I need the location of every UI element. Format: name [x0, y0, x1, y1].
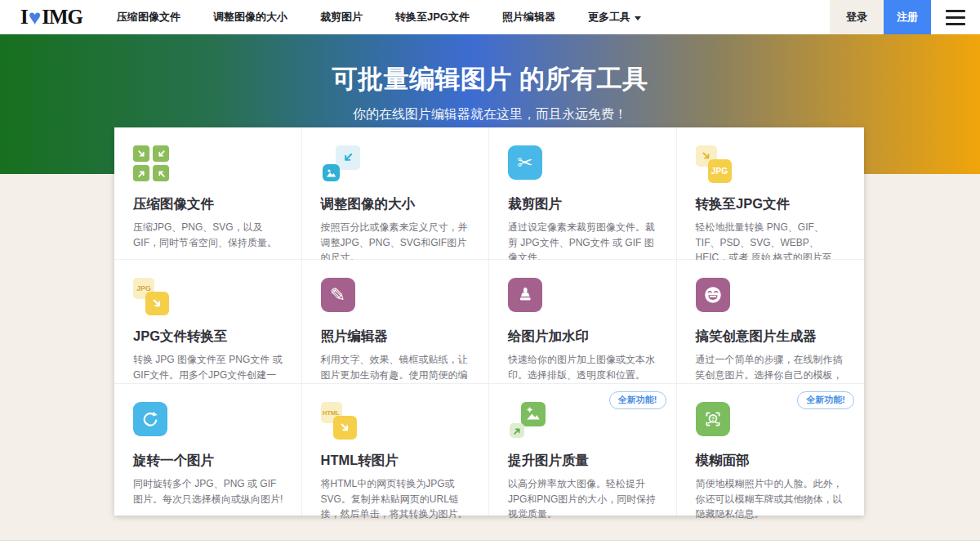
tool-description: 将HTML中的网页转换为JPG或SVG。复制并粘贴网页的URL链接，然后单击，将… [321, 476, 473, 522]
tool-title: 模糊面部 [696, 452, 849, 470]
nav-auth-area: 登录 注册 [830, 0, 980, 34]
tool-title: 给图片加水印 [508, 328, 660, 346]
tool-description: 简便地模糊照片中的人脸。此外，你还可以模糊车牌或其他物体，以隐藏隐私信息。 [696, 476, 849, 522]
rotate-icon [133, 402, 285, 441]
tool-title: 转换至JPG文件 [696, 195, 849, 213]
tool-card-convert-to-jpg[interactable]: JPG 转换至JPG文件 轻松地批量转换 PNG、GIF、TIF、PSD、SVG… [677, 127, 865, 260]
heart-icon: ♥ [29, 7, 41, 28]
tool-title: 照片编辑器 [321, 328, 473, 346]
tool-description: 以高分辨率放大图像。轻松提升JPG和PNG图片的大小，同时保持视觉质量。 [508, 476, 660, 522]
chevron-down-icon [635, 16, 641, 20]
tools-grid: 压缩图像文件 压缩JPG、PNG、SVG，以及GIF，同时节省空间、保持质量。 … [114, 127, 864, 516]
jpg-label: JPG [711, 167, 728, 176]
tool-title: 旋转一个图片 [133, 452, 285, 470]
iloveimg-logo[interactable]: I ♥ IMG [0, 0, 82, 34]
hamburger-menu-icon[interactable] [931, 0, 980, 34]
tool-description: 按照百分比或像素来定义尺寸，并调整JPG、PNG、SVG和GIF图片的尺寸。 [321, 220, 473, 266]
nav-item-crop[interactable]: 裁剪图片 [320, 10, 363, 25]
signup-button[interactable]: 注册 [884, 0, 931, 34]
convert-to-jpg-icon: JPG [696, 145, 849, 185]
html-to-image-icon: HTML [321, 402, 473, 441]
logo-text-i: I [20, 6, 28, 29]
page-title: 可批量编辑图片 的所有工具 [0, 62, 980, 96]
resize-icon [321, 145, 473, 185]
tool-description: 通过设定像素来裁剪图像文件。裁剪 JPG文件、PNG文件 或 GIF 图像文件。 [508, 220, 660, 266]
tool-title: 裁剪图片 [508, 195, 660, 213]
tool-card-photo-editor[interactable]: ✎ 照片编辑器 利用文字、效果、镜框或贴纸，让图片更加生动有趣。使用简便的编辑工… [302, 260, 490, 384]
tool-description: 同时旋转多个 JPG、PNG 或 GIF 图片。每次只选择横向或纵向图片! [133, 476, 285, 507]
laughing-face-icon [696, 278, 849, 317]
tool-title: 调整图像的大小 [321, 195, 473, 213]
tool-title: 提升图片质量 [508, 452, 660, 470]
tool-title: 压缩图像文件 [133, 195, 285, 213]
nav-item-photo-editor[interactable]: 照片编辑器 [502, 10, 555, 25]
top-navigation: I ♥ IMG 压缩图像文件 调整图像的大小 裁剪图片 转换至JPG文件 照片编… [0, 0, 980, 34]
tool-title: JPG文件转换至 [133, 328, 285, 346]
scissors-icon: ✂ [508, 145, 660, 185]
footer-strip [0, 540, 980, 549]
new-feature-badge: 全新功能! [797, 391, 854, 409]
convert-from-jpg-icon: JPG [133, 278, 285, 317]
tool-card-rotate[interactable]: 旋转一个图片 同时旋转多个 JPG、PNG 或 GIF 图片。每次只选择横向或纵… [114, 384, 302, 516]
tool-card-upscale[interactable]: 全新功能! 提升图片质量 以高分辨率放大图像。轻松提升JPG和PNG图片的大小，… [489, 384, 677, 516]
nav-item-resize[interactable]: 调整图像的大小 [213, 10, 287, 25]
tool-card-watermark[interactable]: 给图片加水印 快速给你的图片加上图像或文本水印。选择排版、透明度和位置。 [489, 260, 677, 384]
login-button[interactable]: 登录 [830, 0, 884, 34]
tool-card-meme-generator[interactable]: 搞笑创意图片生成器 通过一个简单的步骤，在线制作搞笑创意图片。选择你自己的模板，… [677, 260, 865, 384]
nav-item-to-jpg[interactable]: 转换至JPG文件 [395, 10, 470, 25]
tool-card-resize[interactable]: 调整图像的大小 按照百分比或像素来定义尺寸，并调整JPG、PNG、SVG和GIF… [302, 127, 490, 260]
nav-item-compress[interactable]: 压缩图像文件 [117, 10, 180, 25]
tool-description: 快速给你的图片加上图像或文本水印。选择排版、透明度和位置。 [508, 352, 660, 382]
tool-card-compress[interactable]: 压缩图像文件 压缩JPG、PNG、SVG，以及GIF，同时节省空间、保持质量。 [114, 127, 302, 260]
tool-title: 搞笑创意图片生成器 [696, 328, 849, 346]
tool-card-convert-from-jpg[interactable]: JPG JPG文件转换至 转换 JPG 图像文件至 PNG文件 或 GIF文件。… [114, 260, 302, 384]
tool-description: 压缩JPG、PNG、SVG，以及GIF，同时节省空间、保持质量。 [133, 220, 285, 250]
nav-item-more-tools[interactable]: 更多工具 [588, 10, 641, 25]
tool-card-crop[interactable]: ✂ 裁剪图片 通过设定像素来裁剪图像文件。裁剪 JPG文件、PNG文件 或 GI… [489, 127, 677, 260]
tool-card-blur-face[interactable]: 全新功能! ? 模糊面部 简便地模糊照片中的人脸。此外，你还可以模糊车牌或其他物… [677, 384, 865, 516]
pencil-icon: ✎ [321, 278, 473, 317]
tool-title: HTML转图片 [321, 452, 473, 470]
compress-icon [133, 145, 285, 185]
stamp-icon [508, 278, 660, 317]
more-tools-label: 更多工具 [588, 11, 630, 23]
new-feature-badge: 全新功能! [609, 391, 666, 409]
page-subtitle: 你的在线图片编辑器就在这里，而且永远免费！ [0, 106, 980, 123]
nav-links: 压缩图像文件 调整图像的大小 裁剪图片 转换至JPG文件 照片编辑器 更多工具 [117, 0, 641, 34]
tool-card-html-to-image[interactable]: HTML HTML转图片 将HTML中的网页转换为JPG或SVG。复制并粘贴网页… [302, 384, 490, 516]
logo-text-img: IMG [42, 6, 82, 29]
svg-text:?: ? [710, 416, 714, 422]
